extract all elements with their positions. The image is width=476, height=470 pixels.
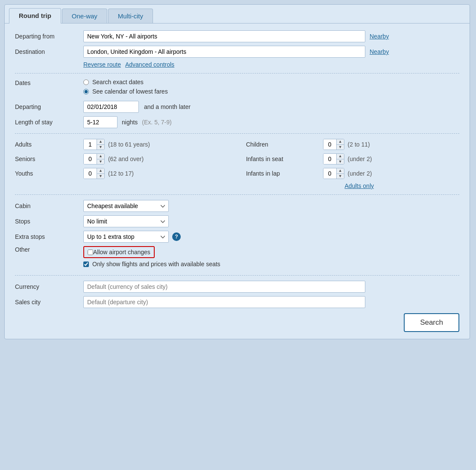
children-spinner-btns: ▲ ▼ (336, 139, 344, 150)
allow-airport-changes-container: Allow airport changes (83, 246, 220, 258)
adults-label: Adults (15, 141, 83, 148)
divider-2 (15, 133, 459, 134)
infants-lap-spinner-btns: ▲ ▼ (336, 168, 344, 179)
adults-increment[interactable]: ▲ (97, 139, 104, 145)
other-options: Allow airport changes Only show flights … (83, 246, 220, 270)
adults-input[interactable] (84, 139, 97, 150)
search-btn-row: Search (15, 313, 459, 332)
youths-input[interactable] (84, 168, 97, 179)
tab-bar: Round trip One-way Multi-city (5, 5, 470, 23)
advanced-controls-link[interactable]: Advanced controls (125, 61, 174, 68)
divider-4 (15, 275, 459, 276)
sales-city-row: Sales city (15, 296, 459, 308)
children-control: ▲ ▼ (2 to 11) (323, 139, 459, 150)
exact-dates-row: Search exact dates (83, 79, 168, 85)
tab-one-way[interactable]: One-way (62, 9, 107, 23)
cabin-row: Cabin Cheapest available Economy Premium… (15, 200, 459, 212)
extra-stops-select[interactable]: Up to 1 extra stop No extra stops Up to … (83, 231, 169, 243)
youths-control: ▲ ▼ (12 to 17) (83, 168, 238, 179)
children-input[interactable] (323, 139, 336, 150)
children-range: (2 to 11) (348, 141, 370, 148)
extra-stops-row: Extra stops Up to 1 extra stop No extra … (15, 231, 459, 243)
infants-seat-spinner-btns: ▲ ▼ (336, 154, 344, 164)
infants-lap-spinner[interactable]: ▲ ▼ (323, 168, 344, 179)
search-button[interactable]: Search (404, 313, 459, 332)
reverse-route-link[interactable]: Reverse route (83, 61, 121, 68)
passengers-section: Adults ▲ ▼ (18 to 61 years) Children ▲ (15, 139, 459, 189)
seniors-decrement[interactable]: ▼ (97, 159, 104, 164)
flight-search-form: Round trip One-way Multi-city Departing … (4, 4, 470, 339)
adults-only-link[interactable]: Adults only (345, 182, 374, 189)
other-label: Other (15, 246, 83, 253)
seniors-label: Seniors (15, 156, 83, 162)
infants-lap-increment[interactable]: ▲ (337, 168, 344, 174)
stops-select[interactable]: No limit 0 stops 1 stop 2 stops (83, 215, 169, 227)
infants-seat-decrement[interactable]: ▼ (337, 159, 344, 164)
departing-date-row: Departing and a month later (15, 101, 459, 113)
nights-label: nights (122, 119, 138, 126)
stops-label: Stops (15, 218, 83, 225)
stops-row: Stops No limit 0 stops 1 stop 2 stops (15, 215, 459, 227)
children-spinner[interactable]: ▲ ▼ (323, 139, 344, 150)
destination-label: Destination (15, 48, 83, 55)
adults-decrement[interactable]: ▼ (97, 145, 104, 150)
seniors-spinner[interactable]: ▲ ▼ (83, 153, 105, 164)
infants-lap-label: Infants in lap (238, 170, 323, 177)
children-decrement[interactable]: ▼ (337, 145, 344, 150)
allow-airport-changes-checkbox[interactable] (88, 250, 93, 255)
divider-3 (15, 194, 459, 195)
seniors-range: (62 and over) (108, 156, 144, 162)
sales-city-input[interactable] (83, 296, 365, 308)
currency-row: Currency (15, 281, 459, 293)
adults-range: (18 to 61 years) (108, 141, 150, 148)
tab-round-trip[interactable]: Round trip (9, 8, 61, 24)
form-content: Departing from Nearby Destination Nearby… (5, 23, 470, 339)
destination-nearby-link[interactable]: Nearby (370, 48, 389, 55)
other-row: Other Allow airport changes Only show fl… (15, 246, 459, 270)
destination-input[interactable] (83, 46, 365, 58)
show-available-seats-checkbox[interactable] (83, 261, 89, 267)
los-input[interactable] (83, 116, 118, 128)
calendar-fares-row: See calendar of lowest fares (83, 88, 168, 95)
seniors-control: ▲ ▼ (62 and over) (83, 153, 238, 164)
youths-spinner-btns: ▲ ▼ (97, 168, 104, 179)
currency-input[interactable] (83, 281, 365, 293)
adults-only-row: Adults only (15, 182, 459, 189)
infants-seat-spinner[interactable]: ▲ ▼ (323, 153, 344, 164)
departing-date-label: Departing (15, 103, 83, 110)
exact-dates-label: Search exact dates (92, 79, 144, 85)
departing-nearby-link[interactable]: Nearby (370, 33, 389, 40)
tab-multi-city[interactable]: Multi-city (108, 9, 153, 23)
seniors-increment[interactable]: ▲ (97, 154, 104, 159)
allow-airport-changes-label: Allow airport changes (93, 249, 150, 256)
youths-decrement[interactable]: ▼ (97, 174, 104, 179)
calendar-fares-label: See calendar of lowest fares (92, 88, 168, 95)
adults-spinner-btns: ▲ ▼ (97, 139, 104, 150)
extra-stops-help-icon[interactable]: ? (172, 232, 181, 241)
divider-1 (15, 73, 459, 73)
show-available-seats-label: Only show flights and prices with availa… (92, 261, 220, 267)
allow-airport-changes-highlight: Allow airport changes (83, 246, 155, 258)
los-hint: (Ex. 5, 7-9) (142, 119, 171, 126)
infants-seat-input[interactable] (323, 154, 336, 164)
route-links-row: Reverse route Advanced controls (83, 61, 459, 68)
children-increment[interactable]: ▲ (337, 139, 344, 145)
seniors-input[interactable] (84, 154, 97, 164)
exact-dates-radio[interactable] (83, 79, 89, 85)
departing-date-input[interactable] (83, 101, 139, 113)
youths-increment[interactable]: ▲ (97, 168, 104, 174)
infants-lap-input[interactable] (323, 168, 336, 179)
adults-spinner[interactable]: ▲ ▼ (83, 139, 105, 150)
youths-spinner[interactable]: ▲ ▼ (83, 168, 105, 179)
departing-from-input[interactable] (83, 30, 365, 42)
infants-seat-increment[interactable]: ▲ (337, 154, 344, 159)
show-available-seats-row: Only show flights and prices with availa… (83, 261, 220, 267)
dates-row: Dates Search exact dates See calendar of… (15, 79, 459, 97)
youths-range: (12 to 17) (108, 170, 134, 177)
infants-lap-decrement[interactable]: ▼ (337, 174, 344, 179)
cabin-label: Cabin (15, 203, 83, 209)
cabin-select[interactable]: Cheapest available Economy Premium Econo… (83, 200, 169, 212)
los-row: Length of stay nights (Ex. 5, 7-9) (15, 116, 459, 128)
calendar-fares-radio[interactable] (83, 89, 89, 94)
infants-seat-range: (under 2) (348, 156, 372, 162)
